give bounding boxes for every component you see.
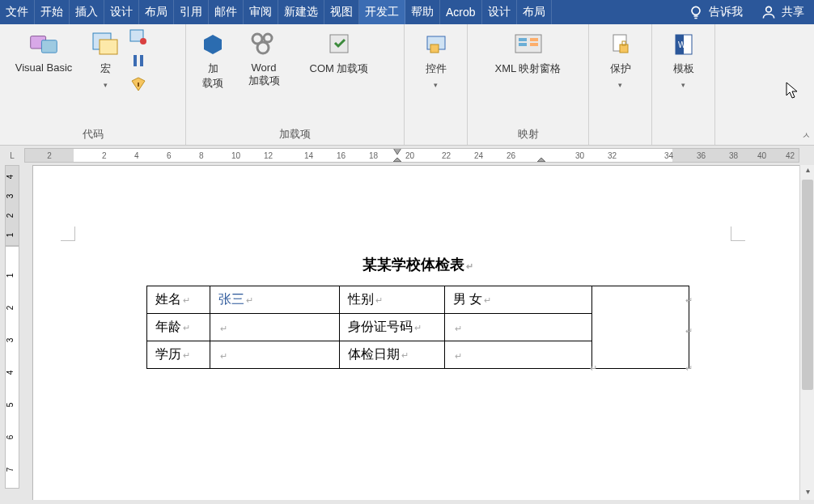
controls-button[interactable]: 控件 ▾: [412, 29, 460, 89]
mouse-cursor-icon: [785, 81, 801, 100]
tab-home[interactable]: 开始: [35, 0, 70, 24]
svg-point-12: [264, 34, 272, 42]
vertical-scrollbar[interactable]: ▴ ▾: [799, 165, 814, 500]
addins-button[interactable]: 加 载项: [193, 29, 233, 91]
cell-id-value[interactable]: ↵: [444, 314, 591, 341]
tab-acrobat[interactable]: Acrob: [440, 0, 482, 24]
addins-label: 加 载项: [202, 61, 223, 91]
group-controls-label: [405, 140, 467, 143]
pause-recording-icon[interactable]: [129, 53, 147, 71]
xml-mapping-button[interactable]: XML 映射窗格: [480, 29, 577, 76]
group-mapping-label: 映射: [468, 125, 588, 143]
template-button[interactable]: W 模板 ▾: [659, 29, 708, 89]
macro-security-icon[interactable]: [129, 76, 147, 95]
record-macro-icon[interactable]: [129, 29, 147, 48]
word-addins-icon: [249, 29, 278, 58]
com-addins-icon: [324, 29, 354, 58]
tab-layout[interactable]: 布局: [139, 0, 174, 24]
template-icon: W: [669, 29, 698, 58]
cell-gender-label[interactable]: 性别↵: [339, 286, 444, 314]
workspace: 4 3 2 1 1 2 3 4 5 6 7 某某学校体检表↵ 姓名↵ 张三↵: [0, 165, 814, 500]
group-controls: 控件 ▾: [405, 24, 468, 145]
ruler-indent-bottom-icon[interactable]: [392, 157, 402, 163]
share-button[interactable]: 共享: [751, 0, 814, 24]
xml-mapping-label: XML 映射窗格: [495, 61, 562, 76]
tab-design[interactable]: 设计: [104, 0, 139, 24]
group-code-label: 代码: [0, 125, 185, 143]
protect-icon: [606, 29, 635, 58]
svg-rect-3: [41, 40, 57, 53]
tab-tabletools-layout[interactable]: 布局: [517, 0, 552, 24]
share-label: 共享: [782, 5, 804, 19]
group-addins-label: 加载项: [186, 125, 404, 143]
tab-tabletools-design[interactable]: 设计: [482, 0, 517, 24]
form-table: 姓名↵ 张三↵ 性别↵ 男 女↵ 年龄↵ ↵ 身份证号码↵ ↵ 学历↵ ↵ 体检…: [146, 286, 689, 369]
tab-insert[interactable]: 插入: [70, 0, 104, 24]
group-template: W 模板 ▾: [652, 24, 715, 145]
cell-id-label[interactable]: 身份证号码↵: [339, 314, 444, 341]
macro-label: 宏: [100, 61, 111, 76]
cell-edu-label[interactable]: 学历↵: [146, 341, 210, 369]
table-row: 姓名↵ 张三↵ 性别↵ 男 女↵: [146, 286, 689, 314]
vertical-ruler[interactable]: 4 3 2 1 1 2 3 4 5 6 7: [0, 165, 24, 500]
ruler-corner[interactable]: L: [0, 151, 24, 160]
ruler-indent-top-icon[interactable]: [392, 148, 402, 155]
visual-basic-button[interactable]: Visual Basic: [6, 29, 81, 74]
macro-icon: [91, 29, 120, 58]
svg-rect-21: [530, 43, 538, 46]
collapse-ribbon-icon[interactable]: ㅅ: [802, 129, 811, 142]
tell-me[interactable]: 告诉我: [680, 0, 751, 24]
tab-references[interactable]: 引用: [174, 0, 209, 24]
macro-button[interactable]: 宏 ▾: [87, 29, 123, 89]
tab-file[interactable]: 文件: [0, 0, 35, 24]
document-title: 某某学校体检表↵: [33, 255, 799, 274]
ribbon-tabs: 文件 开始 插入 设计 布局 引用 邮件 审阅 新建选 视图 开发工 帮助 Ac…: [0, 0, 814, 24]
protect-button[interactable]: 保护 ▾: [596, 29, 645, 89]
word-addins-button[interactable]: Word 加载项: [240, 29, 288, 88]
svg-rect-16: [430, 44, 439, 53]
scroll-down-icon[interactable]: ▾: [800, 487, 814, 500]
cell-edu-value[interactable]: ↵: [210, 341, 339, 369]
svg-point-13: [257, 42, 269, 53]
tell-me-label: 告诉我: [709, 5, 743, 19]
tab-review[interactable]: 审阅: [244, 0, 278, 24]
scroll-up-icon[interactable]: ▴: [800, 165, 814, 178]
code-small-buttons: [129, 29, 147, 95]
cell-date-value[interactable]: ↵: [444, 341, 591, 369]
cell-name-label[interactable]: 姓名↵: [146, 286, 210, 314]
com-addins-label: COM 加载项: [310, 61, 369, 76]
addins-icon: [198, 29, 227, 58]
tab-help[interactable]: 帮助: [405, 0, 440, 24]
cell-age-value[interactable]: ↵: [210, 314, 339, 341]
ribbon: Visual Basic 宏 ▾ 代码 加 载项 Word 加载项: [0, 24, 814, 146]
svg-rect-18: [519, 38, 527, 41]
cell-photo[interactable]: [591, 286, 689, 369]
controls-label: 控件: [426, 61, 447, 76]
horizontal-ruler-area: L 2 2 4 6 8 10 12 14 16 18 20 22 24 26 3…: [0, 146, 814, 165]
scrollbar-thumb[interactable]: [802, 180, 813, 390]
visual-basic-icon: [29, 29, 58, 58]
group-protect-label: [589, 140, 651, 143]
ruler-right-indent-icon[interactable]: [536, 157, 546, 163]
cell-age-label[interactable]: 年龄↵: [146, 314, 210, 341]
svg-rect-5: [100, 40, 117, 54]
com-addins-button[interactable]: COM 加载项: [295, 29, 384, 76]
tab-view[interactable]: 视图: [324, 0, 359, 24]
horizontal-ruler[interactable]: 2 2 4 6 8 10 12 14 16 18 20 22 24 26 30 …: [24, 148, 799, 163]
cell-gender-value[interactable]: 男 女↵: [444, 286, 591, 314]
chevron-down-icon: ▾: [104, 81, 108, 89]
paragraph-mark-icon: ↵: [590, 363, 597, 374]
tab-mailings[interactable]: 邮件: [209, 0, 244, 24]
page: 某某学校体检表↵ 姓名↵ 张三↵ 性别↵ 男 女↵ 年龄↵ ↵ 身份证号码↵ ↵: [32, 165, 799, 500]
svg-point-1: [766, 6, 772, 12]
xml-mapping-icon: [514, 29, 543, 58]
svg-rect-10: [138, 83, 139, 87]
cell-date-label[interactable]: 体检日期↵: [339, 341, 444, 369]
controls-icon: [422, 29, 451, 58]
cell-name-value[interactable]: 张三↵: [210, 286, 339, 314]
document-area[interactable]: 某某学校体检表↵ 姓名↵ 张三↵ 性别↵ 男 女↵ 年龄↵ ↵ 身份证号码↵ ↵: [24, 165, 799, 500]
chevron-down-icon: ▾: [434, 81, 438, 89]
tab-newbuild[interactable]: 新建选: [278, 0, 324, 24]
margin-corner-icon: [731, 227, 745, 241]
tab-developer[interactable]: 开发工: [359, 0, 405, 24]
